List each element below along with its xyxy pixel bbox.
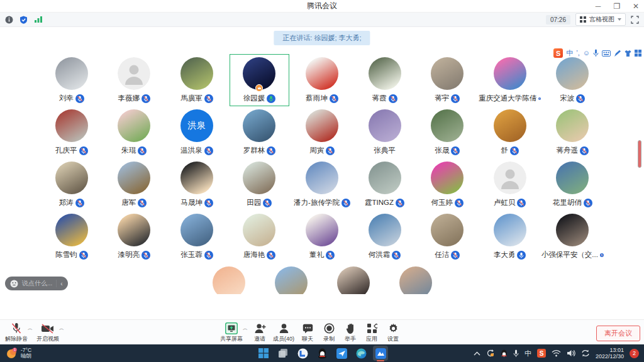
participant-cell[interactable]: 何玉婷 bbox=[416, 158, 479, 211]
participant-cell[interactable]: 卢虹贝 bbox=[479, 158, 541, 211]
participant-cell[interactable]: 陈雪钧 bbox=[40, 211, 103, 263]
security-shield-icon[interactable] bbox=[19, 16, 28, 24]
weather-sun-icon: 1 bbox=[6, 348, 18, 359]
participant-cell[interactable]: 张典平 bbox=[353, 106, 416, 158]
participant-cell[interactable]: 蒋宇 bbox=[416, 54, 479, 106]
participant-cell[interactable]: 蔡雨坤 bbox=[291, 54, 353, 106]
chat-button[interactable]: 聊天 bbox=[297, 322, 318, 343]
participant-cell[interactable]: 周寅 bbox=[291, 106, 353, 158]
tray-ime-zh-icon[interactable]: 中 bbox=[525, 349, 531, 358]
participant-cell[interactable]: 唐海艳 bbox=[228, 211, 291, 263]
chevron-up-icon[interactable]: ︿ bbox=[59, 325, 64, 332]
tray-sync2-icon[interactable] bbox=[581, 349, 590, 357]
participant-cell[interactable]: 罗群林 bbox=[228, 106, 291, 158]
participant-cell-partial[interactable] bbox=[260, 266, 322, 294]
tray-sogou-icon[interactable]: S bbox=[537, 349, 546, 358]
participant-cell[interactable]: 洪泉温洪泉 bbox=[165, 106, 228, 158]
participant-cell[interactable]: 舒 bbox=[479, 106, 541, 158]
participant-cell[interactable]: 蒋舟遥 bbox=[541, 106, 604, 158]
minimize-button[interactable]: ─ bbox=[594, 0, 602, 13]
record-button[interactable]: 录制 bbox=[318, 322, 340, 343]
participant-cell[interactable]: 何洪霜 bbox=[353, 211, 416, 263]
participant-cell[interactable]: 张晟 bbox=[416, 106, 479, 158]
tray-mic-icon[interactable] bbox=[513, 349, 519, 358]
collapse-chevron-icon[interactable]: ‹ bbox=[60, 280, 62, 287]
fullscreen-icon[interactable] bbox=[631, 16, 639, 24]
settings-button[interactable]: 设置 bbox=[382, 322, 404, 343]
participant-cell[interactable]: 刘幸 bbox=[40, 54, 103, 106]
participant-cell[interactable]: 马晟坤 bbox=[165, 158, 228, 211]
meeting-info-icon[interactable] bbox=[5, 16, 13, 24]
invite-button[interactable]: 邀请 bbox=[249, 322, 270, 343]
chevron-up-icon[interactable]: ︿ bbox=[243, 325, 248, 332]
participant-cell[interactable]: 霆TINGZ bbox=[353, 158, 416, 211]
emoji-icon[interactable] bbox=[10, 280, 18, 288]
participant-cell[interactable]: 宋波 bbox=[541, 54, 604, 106]
participant-avatar bbox=[369, 162, 401, 194]
taskbar-app-lapp[interactable] bbox=[295, 346, 310, 361]
ime-skin-icon[interactable] bbox=[625, 50, 631, 57]
participant-cell[interactable]: 重庆交通大学陈倩 bbox=[479, 54, 541, 106]
participant-cell[interactable]: 郑涛 bbox=[40, 158, 103, 211]
taskbar-app-start[interactable] bbox=[256, 346, 271, 361]
maximize-button[interactable]: ❐ bbox=[613, 0, 621, 13]
participant-row: 孔庆平朱琨洪泉温洪泉罗群林周寅张典平张晟舒蒋舟遥 bbox=[40, 106, 604, 158]
participant-name: 蔡雨坤 bbox=[306, 94, 328, 103]
view-mode-button[interactable]: 宫格视图 bbox=[575, 13, 626, 26]
leave-meeting-button[interactable]: 离开会议 bbox=[596, 326, 640, 341]
participant-cell[interactable]: 漆明亮 bbox=[103, 211, 166, 263]
taskbar-app-meeting[interactable] bbox=[373, 346, 388, 361]
participant-row: 刘幸李薇娜馬廣軍徐园媛蔡雨坤蒋霞蒋宇重庆交通大学陈倩宋波 bbox=[40, 54, 604, 106]
tray-penguin-icon[interactable] bbox=[501, 349, 508, 358]
participant-cell[interactable]: 李大勇 bbox=[479, 211, 541, 263]
quick-chat-bubble[interactable]: 说点什么... ‹ bbox=[5, 277, 68, 290]
participant-cell[interactable]: 朱琨 bbox=[103, 106, 166, 158]
participant-cell[interactable]: 小强保平安（交... bbox=[541, 211, 604, 263]
apps-button[interactable]: 应用 bbox=[361, 322, 382, 343]
participant-cell-partial[interactable] bbox=[322, 266, 384, 294]
camera-button[interactable]: 开启视频 bbox=[34, 322, 62, 343]
mic-status-icon bbox=[79, 146, 88, 155]
participant-cell[interactable]: 李薇娜 bbox=[103, 54, 166, 106]
taskbar-weather-widget[interactable]: 1 -7°C 晴朗 bbox=[0, 348, 31, 359]
participant-cell[interactable]: 蒋霞 bbox=[353, 54, 416, 106]
participant-avatar bbox=[180, 214, 213, 246]
participant-name: 张晟 bbox=[435, 146, 449, 155]
mic-button[interactable]: 解除静音 bbox=[3, 322, 30, 343]
taskbar-clock[interactable]: 13:012022/12/30 bbox=[596, 347, 624, 359]
tray-volume-icon[interactable] bbox=[567, 349, 575, 357]
participant-cell[interactable]: 馬廣軍 bbox=[165, 54, 228, 106]
participant-name: 漆明亮 bbox=[118, 250, 140, 260]
vertical-scrollbar-thumb[interactable] bbox=[638, 140, 641, 168]
taskbar-app-edge[interactable] bbox=[353, 346, 369, 361]
participant-cell[interactable]: 唐军 bbox=[103, 158, 166, 211]
hand-button[interactable]: 举手 bbox=[340, 322, 361, 343]
tray-chevron-up-icon[interactable] bbox=[474, 351, 480, 356]
share-button[interactable]: 共享屏幕 bbox=[218, 322, 245, 343]
participant-cell[interactable]: 任洁 bbox=[416, 211, 479, 263]
chevron-up-icon[interactable]: ︿ bbox=[28, 325, 33, 332]
taskbar-app-qq[interactable] bbox=[314, 346, 330, 361]
ime-toolbox-icon[interactable] bbox=[635, 50, 641, 57]
host-badge-icon bbox=[255, 84, 263, 92]
taskbar-app-bird[interactable] bbox=[334, 346, 349, 361]
tray-wifi-icon[interactable] bbox=[552, 350, 561, 357]
participant-cell[interactable]: 花里胡俏 bbox=[541, 158, 604, 211]
members-button[interactable]: 成员(40) bbox=[270, 322, 297, 343]
tray-sync-icon[interactable] bbox=[486, 349, 495, 358]
network-signal-icon[interactable] bbox=[34, 16, 43, 23]
participant-cell[interactable]: 潘力-旅传学院 bbox=[291, 158, 353, 211]
participant-cell[interactable]: 张玉蓉 bbox=[165, 211, 228, 263]
participant-cell[interactable]: 董礼 bbox=[291, 211, 353, 263]
close-button[interactable]: ✕ bbox=[631, 0, 640, 13]
mic-status-icon bbox=[517, 251, 526, 260]
participant-cell[interactable]: 徐园媛 bbox=[228, 54, 291, 106]
notification-badge[interactable]: 2 bbox=[630, 349, 639, 358]
ime-handwriting-icon[interactable] bbox=[614, 50, 621, 57]
participant-cell[interactable]: 孔庆平 bbox=[40, 106, 103, 158]
taskbar-app-taskview[interactable] bbox=[275, 346, 291, 361]
participant-cell[interactable]: 田园 bbox=[228, 158, 291, 211]
chat-input-placeholder[interactable]: 说点什么... bbox=[22, 279, 52, 288]
participant-cell-partial[interactable] bbox=[384, 266, 447, 294]
participant-cell-partial[interactable] bbox=[197, 266, 260, 294]
